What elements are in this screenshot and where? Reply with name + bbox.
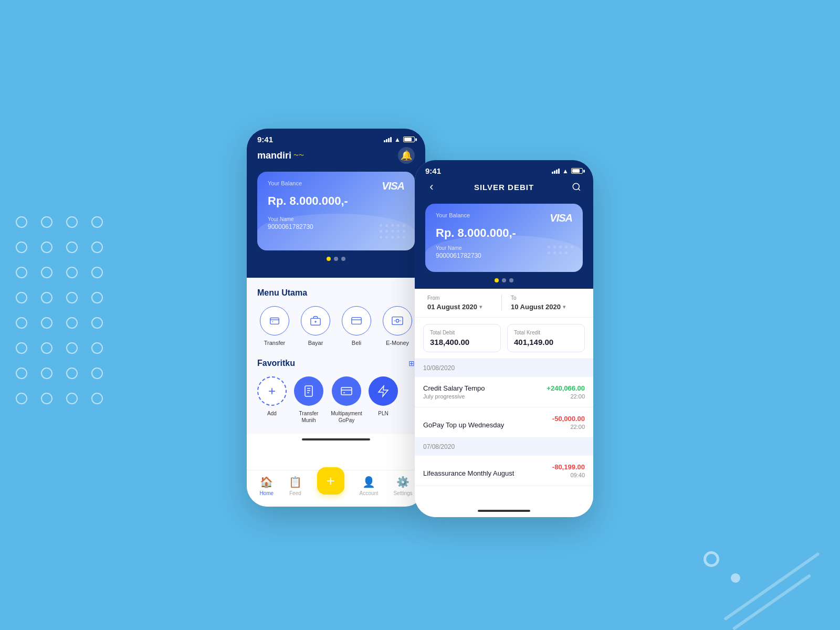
dot: [16, 368, 27, 379]
phone2-pagination-dot-1[interactable]: [495, 278, 499, 282]
phone2-status-bar: 9:41 ▲: [415, 160, 593, 178]
menu-utama-title: Menu Utama: [257, 288, 415, 298]
screen-title: SILVER DEBIT: [474, 183, 534, 192]
date-filter: From 01 August 2020 ▾ To 10 August 2020 …: [415, 289, 593, 318]
dot: [41, 317, 52, 329]
add-favorite-icon: +: [257, 376, 287, 406]
dot: [16, 267, 27, 278]
dot: [91, 216, 103, 228]
menu-item-bayar[interactable]: Bayar: [298, 306, 333, 346]
debit-label: Total Debit: [430, 330, 494, 335]
menu-item-beli[interactable]: Beli: [339, 306, 374, 346]
transaction-item[interactable]: GoPay Top up Wednesday -50,000.00 22:00: [415, 407, 593, 438]
battery-fill: [404, 138, 412, 141]
fav-item-gopay[interactable]: Multipayment GoPay: [331, 376, 362, 424]
dot: [41, 216, 52, 228]
phone-silver-debit-screen: 9:41 ▲ ‹ SILVER DEBIT: [415, 160, 593, 517]
battery-icon: [571, 168, 583, 174]
status-bar: 9:41 ▲: [247, 129, 425, 147]
mandiri-logo: mandiri 〜〜: [257, 150, 304, 161]
signal-bar: [552, 172, 553, 174]
from-value: 01 August 2020 ▾: [427, 303, 497, 311]
svg-point-18: [573, 183, 579, 190]
dot: [41, 242, 52, 253]
signal-bars-icon: [384, 137, 392, 142]
phone1-topbar: mandiri 〜〜 🔔: [247, 147, 425, 172]
dot: [41, 267, 52, 278]
wifi-icon: ▲: [562, 167, 569, 175]
phone2-card-top: Your Balance VISA: [436, 212, 572, 224]
menu-item-transfer[interactable]: Transfer: [257, 306, 292, 346]
phone2-credit-card[interactable]: Your Balance VISA Rp. 8.000.000,- Your N…: [425, 204, 583, 272]
dot: [66, 242, 78, 253]
phone1-header: 9:41 ▲ mandiri: [247, 129, 425, 278]
tx-details: GoPay Top up Wednesday: [423, 421, 504, 430]
dot: [91, 317, 103, 329]
favorites-header: Favoritku ⊞: [257, 359, 415, 368]
emoney-label: E-Money: [386, 340, 409, 346]
tx-name: Lifeassurance Monthly August: [423, 469, 514, 477]
tx-details: Credit Salary Tempo July progressive: [423, 384, 485, 400]
tx-amount-time: -50,000.00 22:00: [552, 415, 585, 430]
pagination-dot-3[interactable]: [341, 257, 345, 261]
kredit-label: Total Kredit: [514, 330, 578, 335]
signal-bar: [390, 137, 392, 142]
search-button[interactable]: [568, 178, 585, 195]
back-button[interactable]: ‹: [423, 178, 440, 195]
favoritku-title: Favoritku: [257, 359, 295, 368]
transaction-item[interactable]: Lifeassurance Monthly August -80,199.00 …: [415, 456, 593, 486]
background-decoration: [682, 472, 840, 630]
dot: [66, 267, 78, 278]
mandiri-wave-icon: 〜〜: [293, 152, 304, 159]
fav-item-pln[interactable]: PLN: [369, 376, 398, 424]
pagination-dot-1[interactable]: [327, 257, 331, 261]
signal-bar: [556, 170, 558, 174]
decorative-line: [723, 552, 820, 621]
tx-time: 22:00: [552, 424, 585, 430]
pln-icon: [369, 376, 398, 406]
background-dots: [0, 0, 116, 630]
credit-card[interactable]: Your Balance VISA Rp. 8.000.000,- Your N…: [257, 172, 415, 250]
totals-row: Total Debit 318,400.00 Total Kredit 401,…: [415, 318, 593, 359]
phone2-pagination-dot-3[interactable]: [509, 278, 513, 282]
tx-amount-time: +240,066.00 22:00: [547, 384, 585, 400]
phones-container: 9:41 ▲ mandiri: [247, 129, 593, 517]
svg-rect-4: [352, 318, 361, 324]
beli-icon: [342, 306, 371, 335]
dot: [16, 393, 27, 404]
total-debit-box: Total Debit 318,400.00: [423, 324, 501, 352]
phone2-home-indicator: [478, 510, 530, 512]
grid-icon[interactable]: ⊞: [408, 359, 415, 368]
tx-time: 22:00: [547, 393, 585, 400]
pagination-dot-2[interactable]: [334, 257, 338, 261]
phone2-card-container: Your Balance VISA Rp. 8.000.000,- Your N…: [415, 204, 593, 272]
phone2-pagination-dot-2[interactable]: [502, 278, 506, 282]
transfer-icon: [260, 306, 289, 335]
transaction-item[interactable]: Credit Salary Tempo July progressive +24…: [415, 377, 593, 407]
svg-rect-6: [392, 317, 403, 325]
kredit-value: 401,149.00: [514, 338, 578, 346]
bell-icon[interactable]: 🔔: [398, 147, 415, 164]
phone2-card-balance-label: Your Balance: [436, 212, 470, 218]
battery-fill: [572, 169, 580, 173]
card-container: Your Balance VISA Rp. 8.000.000,- Your N…: [247, 172, 425, 250]
fav-item-transfer-munih[interactable]: Transfer Munih: [293, 376, 324, 424]
fav-item-add[interactable]: + Add: [257, 376, 287, 424]
dot: [66, 368, 78, 379]
visa-logo: VISA: [382, 180, 404, 192]
phone1-body: Menu Utama Transfer: [247, 278, 425, 434]
menu-item-emoney[interactable]: E-Money: [380, 306, 415, 346]
dot: [91, 342, 103, 354]
transfer-label: Transfer: [264, 340, 286, 346]
signal-bar: [558, 169, 560, 174]
tx-amount: -50,000.00: [552, 415, 585, 423]
date-to[interactable]: To 10 August 2020 ▾: [507, 295, 585, 311]
dot: [41, 342, 52, 354]
date-from[interactable]: From 01 August 2020 ▾: [423, 295, 502, 311]
tx-amount: +240,066.00: [547, 384, 585, 392]
signal-bar: [384, 140, 385, 142]
svg-rect-0: [270, 318, 279, 324]
wifi-icon: ▲: [394, 136, 401, 143]
dot: [16, 242, 27, 253]
transfer-munih-icon: [294, 376, 323, 406]
